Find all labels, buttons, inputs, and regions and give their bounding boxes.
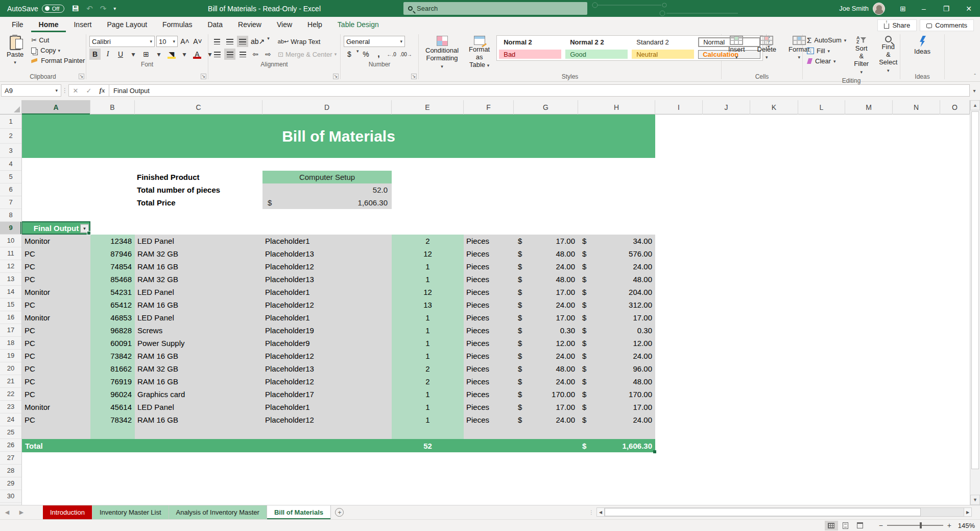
cell-category[interactable]: RAM 16 GB: [135, 260, 262, 273]
filter-dropdown-icon[interactable]: ▼: [80, 224, 89, 233]
cell-final_output[interactable]: PC: [22, 362, 90, 375]
total-quantity-cell[interactable]: 52: [392, 439, 464, 452]
cell-cost[interactable]: $17.00: [578, 401, 655, 413]
wrap-text-button[interactable]: ab↩Wrap Text: [277, 36, 322, 47]
formula-input[interactable]: Final Output: [109, 84, 970, 97]
cell-uom[interactable]: Pieces: [464, 311, 514, 324]
cell-sku[interactable]: 78342: [90, 413, 135, 426]
row-header-18[interactable]: 18: [0, 337, 21, 350]
row-header-13[interactable]: 13: [0, 273, 21, 286]
cell-final_output[interactable]: Monitor: [22, 311, 90, 324]
cell-name[interactable]: Placeholder12: [262, 375, 392, 388]
cell-category[interactable]: Graphics card: [135, 388, 262, 401]
font-color-icon[interactable]: A: [192, 49, 203, 60]
decrease-indent-icon[interactable]: ⇦: [250, 49, 261, 60]
name-box-dropdown-icon[interactable]: ▾: [55, 88, 58, 93]
italic-button[interactable]: I: [102, 49, 113, 60]
cell-sku[interactable]: 76919: [90, 375, 135, 388]
page-break-view-button[interactable]: [853, 521, 867, 530]
style-standard-2[interactable]: Standard 2: [632, 37, 694, 47]
cell-sku[interactable]: 96828: [90, 324, 135, 337]
row-header-22[interactable]: 22: [0, 388, 21, 401]
row-header-7[interactable]: 7: [0, 196, 21, 209]
cell-name[interactable]: Placeholder1: [262, 311, 392, 324]
delete-cells-button[interactable]: Delete▾: [754, 34, 780, 61]
cell-uom[interactable]: Pieces: [464, 273, 514, 286]
cell-unit_cost[interactable]: $12.00: [514, 337, 578, 350]
fill-button[interactable]: ↓Fill▾: [806, 47, 847, 55]
cell-unit_cost[interactable]: $24.00: [514, 375, 578, 388]
zoom-level[interactable]: 145%: [955, 522, 975, 529]
cell-name[interactable]: Placeholder1: [262, 401, 392, 413]
column-header-O[interactable]: O: [940, 100, 970, 114]
row-header-16[interactable]: 16: [0, 311, 21, 324]
cell-final_output[interactable]: PC: [22, 298, 90, 311]
zoom-slider[interactable]: [887, 525, 943, 526]
sheet-canvas[interactable]: Bill of MaterialsFinished ProductCompute…: [22, 114, 970, 505]
cell-uom[interactable]: Pieces: [464, 286, 514, 298]
cell-unit_cost[interactable]: $24.00: [514, 350, 578, 362]
format-painter-button[interactable]: Format Painter: [30, 56, 86, 65]
row-header-17[interactable]: 17: [0, 324, 21, 337]
table-header-final-output[interactable]: Final Output▼: [22, 222, 90, 235]
cell-cost[interactable]: $24.00: [578, 413, 655, 426]
empty-cell[interactable]: [514, 426, 578, 439]
cell-cost[interactable]: $24.00: [578, 350, 655, 362]
row-header-14[interactable]: 14: [0, 286, 21, 298]
column-header-B[interactable]: B: [90, 100, 135, 114]
summary-label-1[interactable]: Finished Product: [137, 171, 262, 183]
style-normal-2[interactable]: Normal 2: [499, 37, 561, 47]
cell-sku[interactable]: 81662: [90, 362, 135, 375]
accounting-dropdown-icon[interactable]: ▾: [356, 49, 359, 60]
row-header-1[interactable]: 1: [0, 114, 21, 129]
cell-uom[interactable]: Pieces: [464, 235, 514, 247]
ribbon-tab-view[interactable]: View: [269, 18, 300, 32]
cell-final_output[interactable]: PC: [22, 247, 90, 260]
cell-name[interactable]: Placeholder13: [262, 273, 392, 286]
cell-quantity[interactable]: 13: [392, 298, 464, 311]
sheet-nav-right-icon[interactable]: ▶: [14, 505, 29, 519]
cell-cost[interactable]: $12.00: [578, 337, 655, 350]
cell-final_output[interactable]: PC: [22, 350, 90, 362]
cell-unit_cost[interactable]: $17.00: [514, 286, 578, 298]
ribbon-tab-home[interactable]: Home: [31, 18, 66, 32]
cell-quantity[interactable]: 1: [392, 401, 464, 413]
close-button[interactable]: ✕: [958, 0, 980, 17]
cell-cost[interactable]: $312.00: [578, 298, 655, 311]
align-top-icon[interactable]: [211, 36, 223, 47]
cell-cost[interactable]: $170.00: [578, 388, 655, 401]
underline-dropdown-icon[interactable]: ▾: [128, 49, 139, 60]
conditional-formatting-button[interactable]: ConditionalFormatting ▾: [422, 34, 462, 72]
page-layout-view-button[interactable]: [839, 521, 852, 530]
ribbon-tab-page-layout[interactable]: Page Layout: [99, 18, 155, 32]
row-header-27[interactable]: 27: [0, 452, 21, 465]
borders-icon[interactable]: ⊞: [140, 49, 152, 60]
cell-category[interactable]: LED Panel: [135, 311, 262, 324]
cell-quantity[interactable]: 1: [392, 260, 464, 273]
insert-cells-button[interactable]: Insert▾: [725, 34, 749, 61]
cell-cost[interactable]: $34.00: [578, 235, 655, 247]
cell-quantity[interactable]: 1: [392, 311, 464, 324]
row-header-26[interactable]: 26: [0, 439, 21, 452]
ideas-button[interactable]: Ideas: [911, 34, 934, 57]
alignment-dialog-launcher-icon[interactable]: ↘: [333, 74, 339, 79]
cell-quantity[interactable]: 1: [392, 337, 464, 350]
accounting-format-icon[interactable]: $: [344, 49, 355, 60]
cell-quantity[interactable]: 2: [392, 235, 464, 247]
new-sheet-button[interactable]: +: [331, 505, 348, 519]
cell-name[interactable]: Placeholder12: [262, 413, 392, 426]
cell-unit_cost[interactable]: $24.00: [514, 413, 578, 426]
fill-color-icon[interactable]: ◥: [166, 49, 177, 60]
cell-uom[interactable]: Pieces: [464, 388, 514, 401]
cell-sku[interactable]: 60091: [90, 337, 135, 350]
ribbon-display-options-icon[interactable]: ⊞: [893, 0, 913, 17]
insert-function-icon[interactable]: fx: [95, 86, 109, 95]
cell-unit_cost[interactable]: $48.00: [514, 362, 578, 375]
cell-sku[interactable]: 65412: [90, 298, 135, 311]
cell-name[interactable]: Placeholder17: [262, 388, 392, 401]
horizontal-scrollbar[interactable]: ⋮ ◀ ▶: [589, 507, 972, 517]
sort-filter-button[interactable]: AZ Sort &Filter ▾: [850, 34, 872, 77]
clipboard-dialog-launcher-icon[interactable]: ↘: [79, 74, 84, 79]
cell-quantity[interactable]: 1: [392, 324, 464, 337]
cell-sku[interactable]: 73842: [90, 350, 135, 362]
